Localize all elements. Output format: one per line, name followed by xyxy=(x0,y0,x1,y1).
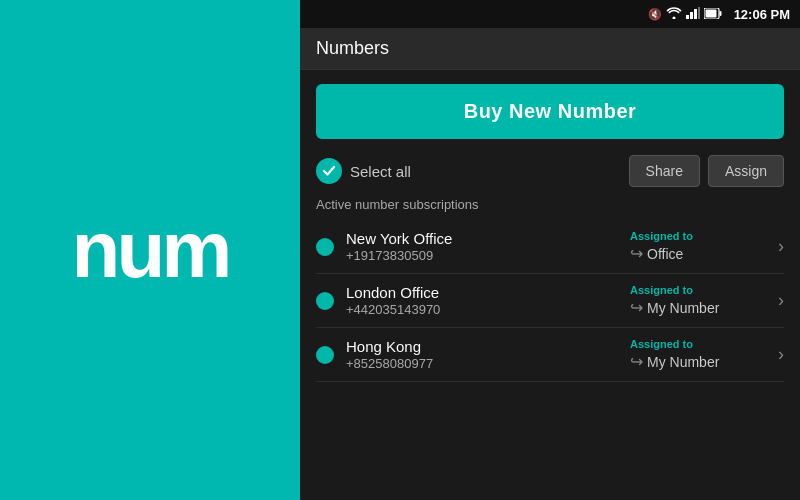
status-time: 12:06 PM xyxy=(734,7,790,22)
assigned-section-0: Assigned to ↪ Office xyxy=(630,230,770,263)
assigned-to-label-0: Assigned to xyxy=(630,230,693,242)
number-name-0: New York Office xyxy=(346,230,630,247)
share-button[interactable]: Share xyxy=(629,155,700,187)
assigned-section-1: Assigned to ↪ My Number xyxy=(630,284,770,317)
page-title: Numbers xyxy=(316,38,389,58)
table-row[interactable]: Hong Kong +85258080977 Assigned to ↪ My … xyxy=(316,328,784,382)
number-info-2: Hong Kong +85258080977 xyxy=(346,338,630,371)
section-title: Active number subscriptions xyxy=(316,197,784,212)
select-all-label: Select all xyxy=(350,163,411,180)
table-row[interactable]: London Office +442035143970 Assigned to … xyxy=(316,274,784,328)
app-header: Numbers xyxy=(300,28,800,70)
table-row[interactable]: New York Office +19173830509 Assigned to… xyxy=(316,220,784,274)
number-phone-1: +442035143970 xyxy=(346,302,630,317)
signal-icon xyxy=(686,7,700,21)
assign-arrow-icon-2: ↪ xyxy=(630,352,643,371)
chevron-right-icon-1[interactable]: › xyxy=(778,290,784,311)
number-dot-2 xyxy=(316,346,334,364)
chevron-right-icon-0[interactable]: › xyxy=(778,236,784,257)
chevron-right-icon-2[interactable]: › xyxy=(778,344,784,365)
buy-new-number-button[interactable]: Buy New Number xyxy=(316,84,784,139)
numbers-list: New York Office +19173830509 Assigned to… xyxy=(316,220,784,382)
assigned-value-row-2: ↪ My Number xyxy=(630,352,719,371)
mute-icon: 🔇 xyxy=(648,8,662,21)
main-content: Buy New Number Select all Share Assign A… xyxy=(300,70,800,500)
select-all-left[interactable]: Select all xyxy=(316,158,411,184)
svg-rect-0 xyxy=(686,15,689,19)
assigned-value-0: Office xyxy=(647,246,683,262)
action-buttons: Share Assign xyxy=(629,155,784,187)
number-dot-1 xyxy=(316,292,334,310)
assigned-value-row-1: ↪ My Number xyxy=(630,298,719,317)
wifi-icon xyxy=(666,7,682,21)
number-name-2: Hong Kong xyxy=(346,338,630,355)
app-logo: num xyxy=(72,210,229,290)
assign-button[interactable]: Assign xyxy=(708,155,784,187)
number-name-1: London Office xyxy=(346,284,630,301)
assigned-value-2: My Number xyxy=(647,354,719,370)
assigned-section-2: Assigned to ↪ My Number xyxy=(630,338,770,371)
assigned-to-label-1: Assigned to xyxy=(630,284,693,296)
svg-rect-6 xyxy=(705,9,716,17)
assign-arrow-icon-1: ↪ xyxy=(630,298,643,317)
assign-arrow-icon-0: ↪ xyxy=(630,244,643,263)
select-all-checkbox[interactable] xyxy=(316,158,342,184)
svg-rect-5 xyxy=(719,11,721,16)
battery-icon xyxy=(704,8,722,21)
svg-rect-2 xyxy=(694,9,697,19)
left-panel: num xyxy=(0,0,300,500)
number-dot-0 xyxy=(316,238,334,256)
number-phone-0: +19173830509 xyxy=(346,248,630,263)
select-all-row: Select all Share Assign xyxy=(316,155,784,187)
svg-rect-1 xyxy=(690,12,693,19)
svg-rect-3 xyxy=(698,7,700,19)
status-bar: 🔇 xyxy=(300,0,800,28)
right-panel: 🔇 xyxy=(300,0,800,500)
number-info-0: New York Office +19173830509 xyxy=(346,230,630,263)
assigned-value-1: My Number xyxy=(647,300,719,316)
number-info-1: London Office +442035143970 xyxy=(346,284,630,317)
assigned-value-row-0: ↪ Office xyxy=(630,244,683,263)
number-phone-2: +85258080977 xyxy=(346,356,630,371)
status-icons: 🔇 xyxy=(648,7,722,21)
assigned-to-label-2: Assigned to xyxy=(630,338,693,350)
